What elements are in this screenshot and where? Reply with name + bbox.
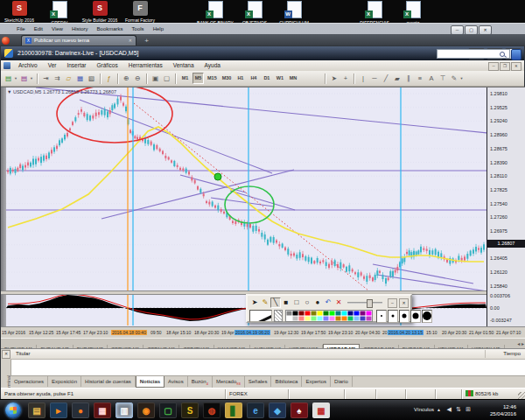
taskbar-hand-app[interactable]: ◉ (137, 402, 155, 418)
profiles-button[interactable]: ▤ (19, 74, 29, 84)
terminal-tab-avisos[interactable]: Avisos (164, 376, 188, 387)
taskbar-darwinex[interactable]: ◍ (203, 402, 220, 418)
chart-close-button[interactable]: ✕ (511, 62, 522, 71)
color-swatch[interactable] (366, 316, 372, 321)
palette-filled-rect-tool[interactable]: ■ (281, 298, 291, 308)
palette-line-tool[interactable]: ╲ (270, 298, 281, 308)
links-toolbar-label[interactable]: Vínculos (414, 407, 434, 412)
chart-restore-button[interactable]: ❐ (500, 62, 510, 71)
tile-windows-button[interactable]: ▣ (150, 74, 160, 84)
browser-menu-edit[interactable]: Edit (34, 24, 43, 34)
timeframe-w1[interactable]: W1 (274, 73, 285, 84)
zoom-out-button[interactable]: ⊖ (133, 74, 143, 84)
timeframe-mn[interactable]: MN (287, 73, 298, 84)
color-swatch[interactable] (311, 316, 317, 321)
browser-menu-view[interactable]: View (52, 24, 63, 34)
terminal-tab-exposicin[interactable]: Exposición (48, 376, 81, 387)
terminal-tab-noticias[interactable]: Noticias (136, 376, 164, 388)
browser-menu-help[interactable]: Help (153, 24, 164, 34)
taskbar-image-app[interactable]: ▦ (94, 402, 111, 418)
terminal-tab-seales[interactable]: Señales (245, 376, 272, 387)
objects-button[interactable]: ▧ (87, 74, 96, 84)
menu-ayuda[interactable]: Ayuda (205, 60, 220, 71)
trendline-button[interactable]: ╱ (381, 74, 390, 84)
tray-volume-icon[interactable]: ◀ (447, 406, 452, 413)
color-swatch[interactable] (298, 316, 304, 321)
label-button[interactable]: ⊤ (438, 74, 447, 84)
auto-scroll-button[interactable]: ⇉ (52, 74, 62, 84)
firefox-app-icon[interactable] (2, 37, 10, 45)
timeframe-h1[interactable]: H1 (234, 73, 246, 84)
terminal-tab-operaciones[interactable]: Operaciones (10, 376, 48, 387)
slider-handle[interactable] (367, 299, 373, 308)
desktop-icon-crediv[interactable]: XCREDIV (40, 1, 79, 25)
terminal-tab-diario[interactable]: Diario (331, 376, 353, 387)
desktop-icon-objetivos[interactable]: XOBJETIVOS (235, 1, 274, 25)
palette-minimize-button[interactable]: – (388, 298, 397, 308)
timeframe-m30[interactable]: M30 (220, 73, 234, 84)
desktop-icon-sketchup-2016[interactable]: SSketchUp 2016 (0, 1, 38, 23)
symbol-tabs-scroll[interactable]: ◂ ▸ (517, 340, 524, 346)
chart-minimize-button[interactable]: ─ (488, 62, 499, 71)
terminal-tab-biblioteca[interactable]: Biblioteca (271, 376, 302, 387)
new-order-button[interactable]: ▤ (4, 74, 13, 84)
text-button[interactable]: A (426, 74, 436, 84)
palette-width-slider[interactable] (347, 302, 382, 304)
brush-size-option[interactable] (388, 310, 398, 323)
taskbar-metatrader[interactable]: ▥ (116, 402, 133, 418)
fibonacci-button[interactable]: ≡ (415, 74, 424, 84)
taskbar-internet-explorer[interactable]: e (247, 402, 264, 418)
desktop-icon-style-builder-2016[interactable]: SStyle Builder 2016 (80, 1, 119, 23)
brush-size-option[interactable] (422, 310, 432, 323)
desktop-icon-curriculum[interactable]: WCURRICULUM (275, 1, 313, 25)
taskbar-chart-app[interactable]: ▋ (225, 402, 242, 418)
desktop-icon-cuenta[interactable]: Xcuenta (394, 1, 432, 25)
taskbar-tweetdeck[interactable]: ◆ (269, 402, 286, 418)
arrows-button-caret-icon[interactable]: ▼ (459, 74, 464, 84)
color-swatch[interactable] (341, 316, 347, 321)
column-tiempo[interactable]: Tiempo (503, 351, 521, 356)
taskbar-tray-app[interactable]: ▦ (312, 402, 330, 418)
timeframe-m1[interactable]: M1 (179, 73, 191, 84)
profiles-button-caret-icon[interactable]: ▼ (30, 74, 34, 84)
taskbar-skrill[interactable]: S (181, 402, 199, 418)
taskbar-pokerstars[interactable]: ♠ (290, 402, 308, 418)
color-swatch[interactable] (323, 316, 329, 321)
crosshair-button[interactable]: + (340, 74, 350, 84)
brush-size-option[interactable] (399, 310, 410, 323)
timeframe-h4[interactable]: H4 (248, 73, 259, 84)
desktop-icon-diferencias[interactable]: XDIFERENCIAS (355, 1, 394, 25)
timeframe-m5[interactable]: M5 (192, 73, 204, 84)
browser-menu-tools[interactable]: Tools (132, 24, 144, 34)
timeframe-d1[interactable]: D1 (261, 73, 272, 84)
browser-menu-bookmarks[interactable]: Bookmarks (97, 24, 123, 34)
menu-insertar[interactable]: Insertar (66, 60, 86, 71)
taskbar-clock[interactable]: 12:46 25/04/2016 (490, 403, 516, 417)
color-swatch[interactable] (329, 316, 335, 321)
color-swatch[interactable] (360, 316, 366, 321)
palette-select-tool[interactable]: ➤ (249, 298, 260, 308)
tray-expand-icon[interactable]: ▲ (437, 407, 441, 412)
palette-pencil-tool[interactable]: ✎ (260, 298, 270, 308)
resize-grip[interactable] (518, 392, 525, 399)
taskbar-media-player[interactable]: ► (50, 402, 67, 418)
browser-menu-file[interactable]: File (17, 24, 25, 34)
menu-archivo[interactable]: Archivo (18, 60, 38, 71)
palette-delete-tool[interactable]: ✕ (333, 298, 344, 308)
desktop-icon-format-factory[interactable]: FFormat Factory (121, 1, 159, 23)
cycle-lines-button[interactable]: ∥ (403, 74, 413, 84)
menu-ventana[interactable]: Ventana (173, 60, 194, 71)
news-list-header[interactable]: Titular Tiempo (10, 349, 525, 360)
timeframe-m15[interactable]: M15 (206, 73, 219, 84)
tab-close-icon[interactable]: ✕ (129, 36, 132, 46)
menu-herramientas[interactable]: Herramientas (129, 60, 163, 71)
palette-ellipse-tool[interactable]: ○ (302, 298, 312, 308)
start-button[interactable] (5, 402, 21, 418)
new-tab-button[interactable]: + (140, 36, 153, 46)
templates-button[interactable]: ▱ (64, 74, 74, 84)
taskbar-monitor-app[interactable]: ▢ (159, 402, 177, 418)
chart-shift-button[interactable]: ⇥ (41, 74, 51, 84)
tray-grid-icon[interactable]: ⊞ (466, 406, 471, 413)
palette-filled-ellipse-tool[interactable]: ● (312, 298, 323, 308)
tray-network-icon[interactable]: ⇅ (456, 406, 461, 413)
